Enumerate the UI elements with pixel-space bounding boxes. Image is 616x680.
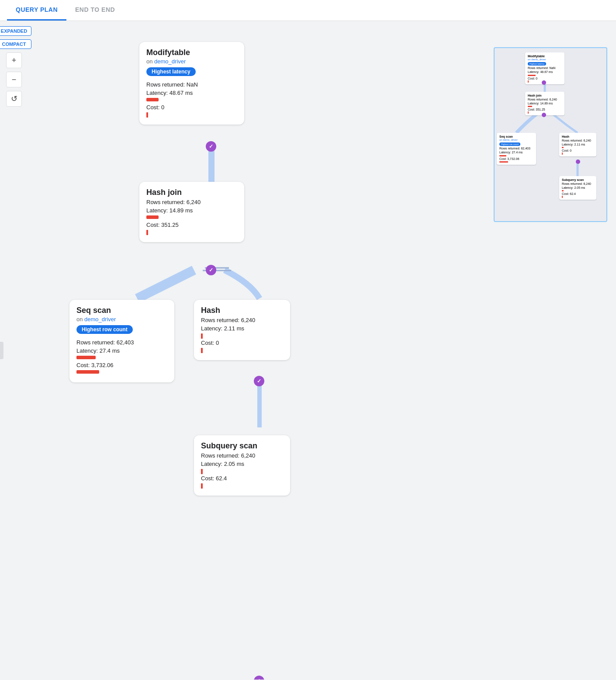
hashjoin-cost-bar xyxy=(146,230,148,235)
hashjoin-cost: Cost: 351.25 xyxy=(146,222,237,228)
hash-latency-bar xyxy=(201,333,203,339)
node-hash[interactable]: Hash Rows returned: 6,240 Latency: 2.11 … xyxy=(194,300,290,360)
connector-circle-subquery-bottom xyxy=(254,676,264,680)
hashjoin-latency: Latency: 14.89 ms xyxy=(146,207,237,214)
seqscan-title: Seq scan xyxy=(76,306,167,315)
hash-latency: Latency: 2.11 ms xyxy=(201,325,283,332)
minimap-dot-2 xyxy=(542,113,546,117)
connector-circle-modifytable xyxy=(206,141,216,152)
query-plan-canvas: Modifytable on demo_driver Highest laten… xyxy=(28,21,616,680)
hashjoin-title: Hash join xyxy=(146,188,237,197)
node-subquery-scan[interactable]: Subquery scan Rows returned: 6,240 Laten… xyxy=(194,435,290,496)
subquery-cost-bar xyxy=(201,483,203,489)
subquery-rows: Rows returned: 6,240 xyxy=(201,452,283,459)
reset-button[interactable]: ↺ xyxy=(6,91,22,107)
node-seq-scan[interactable]: Seq scan on demo_driver Highest row coun… xyxy=(69,300,174,382)
modifytable-subtitle: on demo_driver xyxy=(146,58,237,65)
modifytable-rows: Rows returned: NaN xyxy=(146,81,237,88)
seqscan-latency: Latency: 27.4 ms xyxy=(76,347,167,354)
minimap-modifytable: Modifytable on demo_driver Highest laten… xyxy=(525,52,564,84)
subquery-latency-bar xyxy=(201,469,203,474)
zoom-out-button[interactable]: − xyxy=(6,72,22,87)
modifytable-cost: Cost: 0 xyxy=(146,104,237,111)
modifytable-latency-bar xyxy=(146,98,159,101)
seqscan-badge: Highest row count xyxy=(76,325,133,334)
seqscan-rows: Rows returned: 62,403 xyxy=(76,339,167,346)
left-toolbar: EXPANDED COMPACT + − ↺ xyxy=(0,21,28,680)
hashjoin-latency-bar xyxy=(146,215,159,219)
node-modifytable[interactable]: Modifytable on demo_driver Highest laten… xyxy=(139,42,244,125)
minimap-dot-1 xyxy=(542,80,546,85)
zoom-in-button[interactable]: + xyxy=(6,52,22,68)
minimap-subquery: Subquery scan Rows returned: 6,240 Laten… xyxy=(559,176,596,200)
minimap: Modifytable on demo_driver Highest laten… xyxy=(494,47,607,222)
hash-cost-bar xyxy=(201,348,203,353)
subquery-title: Subquery scan xyxy=(201,441,283,451)
seqscan-subtitle: on demo_driver xyxy=(76,316,167,323)
expanded-button[interactable]: EXPANDED xyxy=(0,26,31,36)
tab-end-to-end[interactable]: END TO END xyxy=(66,0,124,21)
connector-circle-hashjoin xyxy=(206,265,216,275)
modifytable-title: Modifytable xyxy=(146,48,237,57)
tabs-bar: QUERY PLAN END TO END xyxy=(0,0,616,21)
node-hash-join[interactable]: Hash join Rows returned: 6,240 Latency: … xyxy=(139,182,244,242)
minimap-hash: Hash Rows returned: 6,240 Latency: 2.11 … xyxy=(559,133,596,156)
tab-query-plan[interactable]: QUERY PLAN xyxy=(7,0,66,21)
compact-button[interactable]: COMPACT xyxy=(0,39,31,49)
modifytable-latency: Latency: 48.67 ms xyxy=(146,90,237,96)
connector-circle-hash xyxy=(254,376,264,386)
seqscan-cost-bar xyxy=(76,370,99,374)
hash-title: Hash xyxy=(201,306,283,315)
minimap-seqscan: Seq scan on demo_driver Highest row coun… xyxy=(497,133,536,165)
hash-rows: Rows returned: 6,240 xyxy=(201,317,283,323)
main-area: EXPANDED COMPACT + − ↺ xyxy=(0,21,616,680)
minimap-hashjoin: Hash join Rows returned: 6,240 Latency: … xyxy=(525,92,564,115)
seqscan-cost: Cost: 3,732.06 xyxy=(76,362,167,368)
subquery-cost: Cost: 62.4 xyxy=(201,475,283,482)
minimap-dot-3 xyxy=(576,160,580,164)
subquery-latency: Latency: 2.05 ms xyxy=(201,461,283,467)
hash-cost: Cost: 0 xyxy=(201,340,283,346)
hashjoin-rows: Rows returned: 6,240 xyxy=(146,199,237,205)
seqscan-latency-bar xyxy=(76,356,96,359)
modifytable-cost-bar xyxy=(146,112,148,118)
modifytable-badge: Highest latency xyxy=(146,67,196,76)
